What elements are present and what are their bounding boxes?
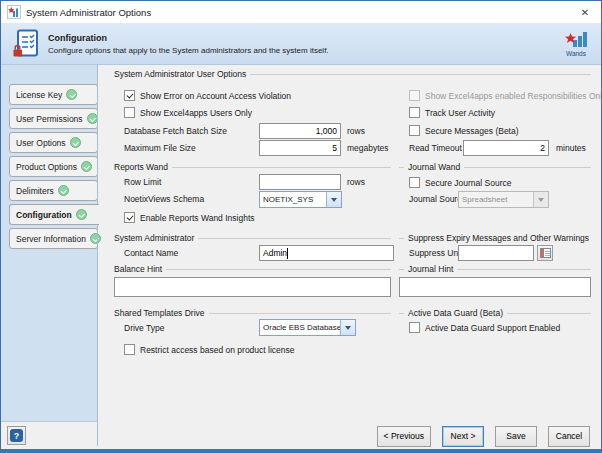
group-shared-templates: Shared Templates Drive bbox=[114, 307, 391, 319]
sidebar-item-server-information[interactable]: Server Information bbox=[9, 228, 98, 249]
date-picker-button[interactable] bbox=[537, 245, 553, 261]
noetixviews-schema-select[interactable]: NOETIX_SYS bbox=[259, 191, 342, 208]
tab-label: License Key bbox=[16, 90, 62, 100]
suppress-until-input[interactable] bbox=[458, 245, 534, 261]
noetixviews-schema-label: NoetixViews Schema bbox=[124, 194, 204, 204]
dialog-body: License Key User Permissions User Option… bbox=[1, 65, 601, 423]
checkbox-label: Restrict access based on product license bbox=[140, 345, 295, 355]
check-badge-icon bbox=[81, 161, 92, 172]
active-data-guard-checkbox[interactable]: Active Data Guard Support Enabled bbox=[409, 321, 560, 334]
dropdown-button[interactable] bbox=[340, 320, 355, 335]
sidebar-item-delimiters[interactable]: Delimiters bbox=[9, 180, 98, 201]
tab-label: User Permissions bbox=[16, 114, 83, 124]
row-limit-input[interactable] bbox=[259, 174, 341, 190]
checkbox-box bbox=[409, 125, 420, 136]
tab-label: Server Information bbox=[16, 234, 86, 244]
dialog-window: System Administrator Options ✕ Configura… bbox=[0, 0, 602, 453]
selected-value: NOETIX_SYS bbox=[260, 195, 326, 204]
secure-messages-checkbox[interactable]: Secure Messages (Beta) bbox=[409, 124, 519, 137]
tab-label: User Options bbox=[16, 138, 66, 148]
checkbox-label: Secure Journal Source bbox=[425, 178, 511, 188]
show-error-checkbox[interactable]: Show Error on Account Access Violation bbox=[124, 89, 291, 102]
save-button[interactable]: Save bbox=[495, 426, 537, 447]
checkbox-box bbox=[124, 344, 135, 355]
read-timeout-unit: minutes bbox=[556, 143, 586, 153]
checkbox-box bbox=[409, 322, 420, 333]
help-button[interactable]: ? bbox=[7, 426, 26, 445]
checkbox-box bbox=[124, 212, 135, 223]
group-line bbox=[507, 313, 591, 314]
group-title: Shared Templates Drive bbox=[114, 308, 205, 318]
balance-hint-input[interactable] bbox=[114, 277, 391, 297]
group-line bbox=[198, 238, 391, 239]
group-user-options: System Administrator User Options bbox=[114, 68, 591, 80]
max-file-size-input[interactable] bbox=[259, 140, 341, 156]
contact-name-input[interactable] bbox=[259, 245, 394, 261]
group-active-data-guard: Active Data Guard (Beta) bbox=[399, 307, 591, 319]
text-caret bbox=[287, 248, 288, 259]
group-suppress-expiry: Suppress Expiry Messages and Other Warni… bbox=[399, 232, 591, 244]
enable-insights-checkbox[interactable]: Enable Reports Wand Insights bbox=[124, 211, 255, 224]
dropdown-button[interactable] bbox=[326, 192, 341, 207]
database-fetch-input[interactable] bbox=[259, 123, 341, 139]
group-title: Journal Hint bbox=[408, 264, 453, 274]
journal-hint-input[interactable] bbox=[399, 277, 591, 297]
cancel-button[interactable]: Cancel bbox=[548, 426, 590, 447]
group-system-administrator: System Administrator bbox=[114, 232, 391, 244]
drive-type-select[interactable]: Oracle EBS Database bbox=[259, 319, 356, 336]
sidebar-item-license-key[interactable]: License Key bbox=[9, 84, 98, 105]
group-title: Journal Wand bbox=[408, 162, 460, 172]
sidebar-item-user-permissions[interactable]: User Permissions bbox=[9, 108, 98, 129]
content-panel: System Administrator User Options Show E… bbox=[98, 65, 602, 423]
sidebar-item-product-options[interactable]: Product Options bbox=[9, 156, 98, 177]
group-line bbox=[250, 74, 591, 75]
selected-value: Spreadsheet bbox=[459, 195, 533, 204]
read-timeout-label: Read Timeout bbox=[409, 143, 462, 153]
app-icon bbox=[7, 5, 21, 19]
group-balance-hint: Balance Hint bbox=[114, 263, 391, 275]
track-user-activity-checkbox[interactable]: Track User Activity bbox=[409, 106, 495, 119]
group-journal-wand: Journal Wand bbox=[399, 161, 591, 173]
restrict-access-checkbox[interactable]: Restrict access based on product license bbox=[124, 343, 295, 356]
close-button[interactable]: ✕ bbox=[569, 1, 601, 23]
show-responsibilities-checkbox: Show Excel4apps enabled Responsibilities… bbox=[409, 89, 602, 102]
previous-button[interactable]: < Previous bbox=[377, 426, 431, 447]
title-bar: System Administrator Options ✕ bbox=[1, 1, 601, 23]
sidebar-content-divider bbox=[97, 65, 98, 446]
check-badge-icon bbox=[70, 137, 81, 148]
calendar-icon bbox=[540, 248, 551, 258]
group-line bbox=[464, 167, 591, 168]
header-title: Configuration bbox=[48, 33, 329, 43]
dropdown-button bbox=[533, 192, 548, 207]
group-line bbox=[166, 269, 391, 270]
sidebar-item-user-options[interactable]: User Options bbox=[9, 132, 98, 153]
group-title: System Administrator bbox=[114, 233, 194, 243]
sidebar-item-configuration[interactable]: Configuration bbox=[9, 204, 99, 225]
next-button[interactable]: Next > bbox=[442, 426, 484, 447]
help-icon: ? bbox=[10, 429, 23, 442]
configuration-icon bbox=[13, 29, 39, 58]
row-limit-unit: rows bbox=[347, 177, 365, 187]
group-line bbox=[399, 313, 404, 314]
chevron-down-icon bbox=[538, 198, 544, 202]
read-timeout-input[interactable] bbox=[463, 140, 549, 156]
checkbox-box bbox=[124, 107, 135, 118]
drive-type-label: Drive Type bbox=[124, 323, 164, 333]
group-title: System Administrator User Options bbox=[114, 69, 246, 79]
contact-name-label: Contact Name bbox=[124, 248, 178, 258]
wands-logo: Wands bbox=[564, 30, 588, 57]
tab-label: Configuration bbox=[16, 210, 72, 220]
group-line bbox=[172, 167, 391, 168]
checkbox-box bbox=[409, 90, 420, 101]
footer-bar: ? < Previous Next > Save Cancel bbox=[1, 423, 601, 449]
group-title: Suppress Expiry Messages and Other Warni… bbox=[408, 233, 589, 243]
secure-journal-source-checkbox[interactable]: Secure Journal Source bbox=[409, 176, 511, 189]
database-fetch-label: Database Fetch Batch Size bbox=[124, 126, 227, 136]
checkbox-box bbox=[124, 90, 135, 101]
show-users-only-checkbox[interactable]: Show Excel4apps Users Only bbox=[124, 106, 252, 119]
checkbox-label: Show Excel4apps Users Only bbox=[140, 108, 252, 118]
group-line bbox=[399, 238, 404, 239]
checkbox-label: Show Excel4apps enabled Responsibilities… bbox=[425, 91, 602, 101]
group-line bbox=[399, 167, 404, 168]
check-badge-icon bbox=[87, 113, 98, 124]
